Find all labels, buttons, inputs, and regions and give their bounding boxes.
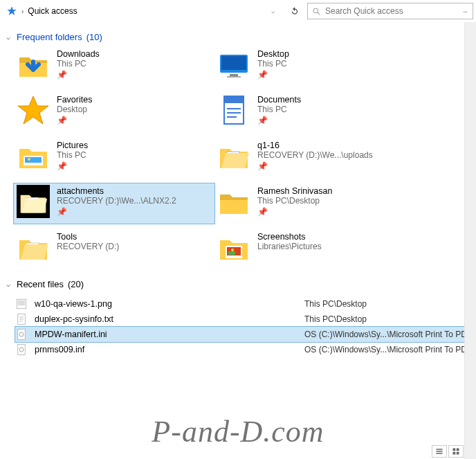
svg-rect-37 — [437, 453, 443, 454]
file-row[interactable]: prnms009.inf OS (C:)\Windows\Sy...\Micro… — [15, 342, 476, 357]
file-path: OS (C:)\Windows\Sy...\Microsoft Print To… — [304, 330, 472, 339]
section-label: Recent files — [17, 279, 64, 289]
file-row[interactable]: MPDW-manifert.ini OS (C:)\Windows\Sy...\… — [15, 327, 476, 342]
chevron-down-icon: ⌵ — [4, 33, 12, 41]
svg-point-1 — [313, 8, 318, 13]
file-row[interactable]: duplex-pc-sysinfo.txt This PC\Desktop — [15, 312, 476, 327]
favorites-icon — [17, 93, 50, 127]
folder-location: This PC — [257, 59, 289, 69]
pin-icon: 📌 — [257, 114, 301, 125]
svg-rect-4 — [221, 56, 246, 70]
section-header-frequent[interactable]: ⌵ Frequent folders (10) — [0, 22, 476, 46]
file-path: OS (C:)\Windows\Sy...\Microsoft Print To… — [304, 345, 472, 354]
section-count: (20) — [68, 279, 84, 289]
pin-icon: 📌 — [57, 69, 100, 80]
folder-icon — [217, 185, 250, 218]
open-folder-icon — [17, 185, 50, 218]
folder-name: Documents — [257, 95, 301, 105]
folder-favorites[interactable]: Favorites Desktop 📌 — [14, 92, 214, 132]
config-file-icon — [15, 343, 28, 356]
file-row[interactable]: w10-qa-views-1.png This PC\Desktop — [15, 296, 476, 312]
folder-desktop[interactable]: Desktop This PC 📌 — [214, 46, 464, 87]
folder-location: This PC — [57, 150, 88, 160]
folder-name: Downloads — [57, 49, 100, 59]
search-box[interactable]: Search Quick access → — [307, 3, 473, 19]
details-view-button[interactable] — [432, 445, 447, 458]
folder-location: This PC — [57, 59, 100, 69]
folder-location: RECOVERY (D:)\We...\ALNX2.2 — [57, 196, 176, 206]
svg-rect-35 — [437, 449, 443, 450]
pictures-icon — [17, 139, 50, 172]
documents-icon — [217, 93, 250, 127]
svg-rect-38 — [453, 449, 456, 451]
address-search-row: › Quick access ⌵ Search Quick access → — [0, 0, 476, 22]
refresh-button[interactable] — [286, 3, 303, 19]
file-name: duplex-pc-sysinfo.txt — [35, 314, 298, 324]
svg-line-2 — [318, 12, 320, 15]
svg-rect-41 — [457, 452, 459, 455]
file-name: w10-qa-views-1.png — [35, 299, 298, 309]
folder-location: RECOVERY (D:)\We...\uploads — [257, 150, 373, 160]
breadcrumb-separator-icon: › — [21, 8, 24, 15]
svg-rect-33 — [18, 345, 26, 355]
file-path: This PC\Desktop — [304, 314, 367, 324]
svg-marker-0 — [7, 6, 16, 15]
quick-access-icon — [6, 6, 17, 17]
section-label: Frequent folders — [17, 32, 82, 42]
status-bar-view-switch — [432, 445, 464, 458]
folder-name: Favorites — [57, 95, 92, 105]
svg-rect-14 — [25, 157, 42, 163]
thumbnails-view-button[interactable] — [448, 445, 464, 458]
folder-location: Desktop — [57, 105, 92, 114]
folder-location: This PC\Desktop — [257, 196, 332, 206]
breadcrumb-current[interactable]: Quick access — [28, 6, 77, 16]
vertical-scrollbar[interactable] — [464, 22, 476, 459]
folder-name: attachments — [57, 186, 176, 196]
pin-icon: 📌 — [57, 160, 88, 171]
file-name: prnms009.inf — [35, 345, 298, 354]
open-folder-icon — [17, 231, 50, 264]
folder-tools[interactable]: Tools RECOVERY (D:) — [14, 229, 214, 269]
address-dropdown-icon[interactable]: ⌵ — [267, 8, 279, 15]
folder-location: Libraries\Pictures — [257, 242, 322, 251]
search-dropdown-icon[interactable]: → — [457, 8, 468, 15]
pin-icon: 📌 — [57, 114, 92, 125]
folder-name: q1-16 — [257, 141, 373, 150]
config-file-icon — [15, 328, 28, 341]
pin-icon: 📌 — [257, 206, 332, 217]
svg-rect-40 — [453, 452, 456, 455]
pin-icon: 📌 — [57, 206, 176, 217]
folder-name: Pictures — [57, 141, 88, 150]
text-file-icon — [15, 313, 28, 325]
watermark-text: P-and-D.com — [0, 414, 476, 449]
pin-icon: 📌 — [257, 69, 289, 80]
folder-location: This PC — [257, 105, 301, 114]
folder-pictures[interactable]: Pictures This PC 📌 — [14, 138, 214, 178]
svg-rect-26 — [18, 300, 26, 306]
section-count: (10) — [86, 32, 102, 42]
svg-point-15 — [28, 158, 30, 161]
svg-rect-9 — [224, 96, 244, 103]
svg-rect-5 — [230, 74, 238, 76]
folder-screenshots[interactable]: Screenshots Libraries\Pictures — [214, 229, 464, 269]
folder-q1-16[interactable]: q1-16 RECOVERY (D:)\We...\uploads 📌 — [214, 138, 464, 178]
svg-rect-24 — [228, 251, 235, 255]
search-placeholder: Search Quick access — [325, 6, 453, 16]
folder-ramesh[interactable]: Ramesh Srinivasan This PC\Desktop 📌 — [214, 183, 464, 224]
address-bar[interactable]: › Quick access ⌵ — [3, 3, 282, 19]
section-header-recent[interactable]: ⌵ Recent files (20) — [0, 269, 476, 294]
svg-rect-6 — [227, 76, 241, 78]
recent-files-list: w10-qa-views-1.png This PC\Desktop duple… — [0, 294, 476, 357]
svg-marker-7 — [18, 96, 48, 124]
folder-name: Screenshots — [257, 232, 322, 242]
desktop-icon — [217, 48, 250, 81]
folder-documents[interactable]: Documents This PC 📌 — [214, 92, 464, 132]
folder-name: Ramesh Srinivasan — [257, 186, 332, 196]
svg-rect-36 — [437, 451, 443, 452]
folder-downloads[interactable]: Downloads This PC 📌 — [14, 46, 214, 87]
folder-attachments[interactable]: attachments RECOVERY (D:)\We...\ALNX2.2 … — [14, 183, 214, 224]
folder-name: Desktop — [257, 49, 289, 59]
frequent-folders-grid: Downloads This PC 📌 Desktop This PC 📌 Fa… — [0, 46, 476, 269]
pin-icon: 📌 — [257, 160, 373, 171]
folder-name: Tools — [57, 232, 119, 242]
